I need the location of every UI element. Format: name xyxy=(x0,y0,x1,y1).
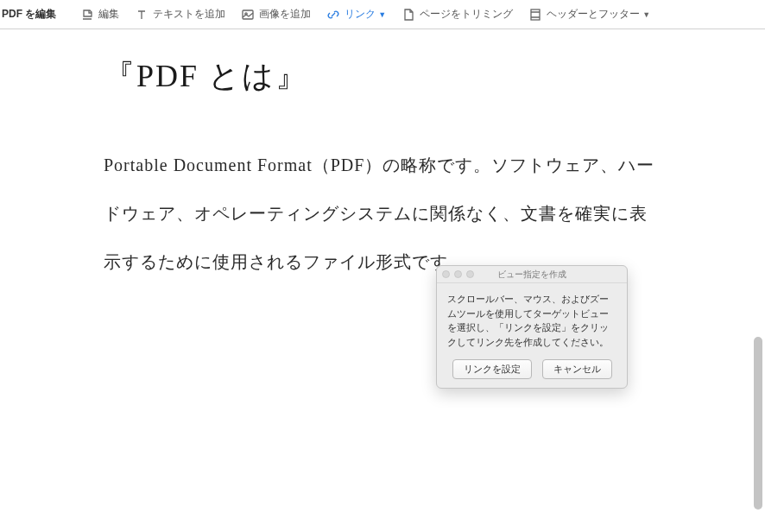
edit-icon xyxy=(80,8,94,22)
document-area: 『PDF とは』 Portable Document Format（PDF）の略… xyxy=(0,29,765,286)
window-controls xyxy=(442,270,474,278)
cancel-button[interactable]: キャンセル xyxy=(542,359,612,379)
toolbar: PDF を編集 編集 テキストを追加 画像を追加 リンク ▼ ページをトリミング xyxy=(0,0,765,29)
toolbar-title: PDF を編集 xyxy=(2,7,65,22)
chevron-down-icon: ▼ xyxy=(378,10,386,19)
add-text-button[interactable]: テキストを追加 xyxy=(135,7,225,22)
page-trim-icon xyxy=(401,8,415,22)
document-title: 『PDF とは』 xyxy=(104,55,661,98)
minimize-window-button[interactable] xyxy=(454,270,462,278)
add-image-label: 画像を追加 xyxy=(259,7,311,22)
edit-button[interactable]: 編集 xyxy=(80,7,119,22)
dialog-titlebar[interactable]: ビュー指定を作成 xyxy=(437,266,627,283)
trim-page-button[interactable]: ページをトリミング xyxy=(401,7,513,22)
header-footer-label: ヘッダーとフッター xyxy=(547,7,640,22)
link-button[interactable]: リンク ▼ xyxy=(326,7,386,22)
text-icon xyxy=(135,8,149,22)
header-footer-icon xyxy=(528,8,542,22)
link-icon xyxy=(326,8,340,22)
document-body: Portable Document Format（PDF）の略称です。ソフトウェ… xyxy=(104,141,661,286)
scrollbar-track[interactable] xyxy=(753,35,763,527)
add-text-label: テキストを追加 xyxy=(153,7,225,22)
set-link-button[interactable]: リンクを設定 xyxy=(452,359,532,379)
close-window-button[interactable] xyxy=(442,270,450,278)
image-icon xyxy=(241,8,255,22)
zoom-window-button[interactable] xyxy=(466,270,474,278)
header-footer-button[interactable]: ヘッダーとフッター ▼ xyxy=(528,7,650,22)
chevron-down-icon: ▼ xyxy=(642,10,650,19)
dialog-buttons: リンクを設定 キャンセル xyxy=(437,354,627,388)
create-view-dialog: ビュー指定を作成 スクロールバー、マウス、およびズームツールを使用してターゲット… xyxy=(436,265,628,389)
scrollbar-thumb[interactable] xyxy=(754,337,762,510)
dialog-message: スクロールバー、マウス、およびズームツールを使用してターゲットビューを選択し、「… xyxy=(437,283,627,354)
trim-page-label: ページをトリミング xyxy=(420,7,513,22)
link-label: リンク xyxy=(345,7,376,22)
add-image-button[interactable]: 画像を追加 xyxy=(241,7,311,22)
edit-label: 編集 xyxy=(98,7,119,22)
svg-rect-2 xyxy=(531,10,540,20)
